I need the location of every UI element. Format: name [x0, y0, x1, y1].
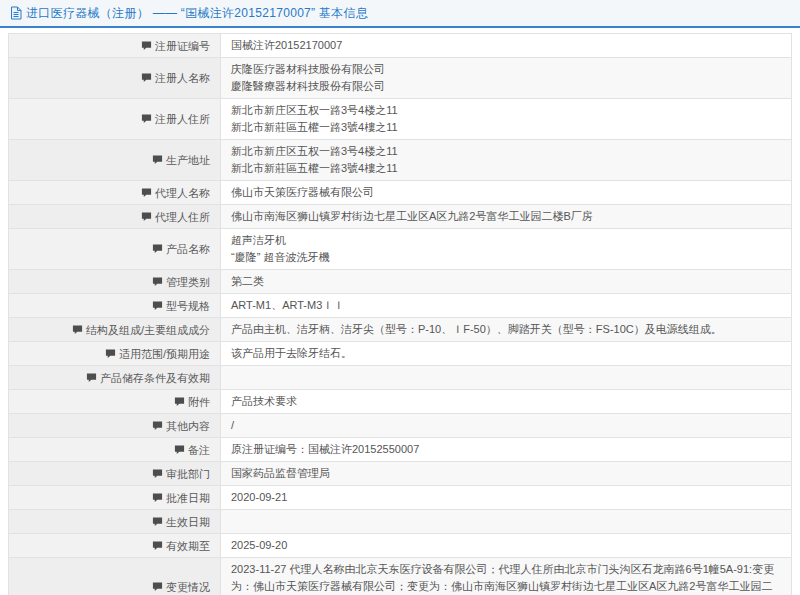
note-icon: [141, 187, 152, 200]
row-label: 生效日期: [9, 510, 221, 534]
value-line: 2023-11-27 代理人名称由北京天东医疗设备有限公司；代理人住所由北京市门…: [231, 561, 781, 595]
value-line: 庆隆医疗器材科技股份有限公司: [231, 61, 781, 78]
value-line: 2025-09-20: [231, 537, 781, 554]
note-icon: [152, 154, 163, 167]
row-label: 适用范围/预期用途: [9, 342, 221, 366]
note-icon: [152, 581, 163, 594]
table-row: 变更情况 2023-11-27 代理人名称由北京天东医疗设备有限公司；代理人住所…: [9, 558, 792, 595]
row-label-text: 管理类别: [166, 276, 210, 288]
row-value: 第二类: [221, 270, 792, 294]
note-icon: [174, 396, 185, 409]
table-row: 产品储存条件及有效期: [9, 366, 792, 390]
note-icon: [141, 72, 152, 85]
table-row: 代理人住所 佛山市南海区狮山镇罗村街边七星工业区A区九路2号富华工业园二楼B厂房: [9, 205, 792, 229]
row-label-text: 结构及组成/主要组成成分: [86, 324, 210, 336]
info-table-body: 注册证编号 国械注许20152170007 注册人名称 庆隆医疗器材科技股份有限…: [9, 34, 792, 595]
table-row: 生效日期: [9, 510, 792, 534]
value-line: [231, 369, 781, 386]
value-line: ART-M1、ART-M3ＩＩ: [231, 297, 781, 314]
value-line: 国械注许20152170007: [231, 37, 781, 54]
row-value: [221, 366, 792, 390]
info-table: 注册证编号 国械注许20152170007 注册人名称 庆隆医疗器材科技股份有限…: [8, 33, 792, 595]
row-label: 注册证编号: [9, 34, 221, 58]
value-line: 佛山市天策医疗器械有限公司: [231, 184, 781, 201]
row-label-text: 注册人名称: [155, 72, 210, 84]
row-label: 备注: [9, 438, 221, 462]
note-icon: [152, 540, 163, 553]
value-line: 国家药品监督管理局: [231, 465, 781, 482]
row-value: 产品技术要求: [221, 390, 792, 414]
row-value: 国械注许20152170007: [221, 34, 792, 58]
note-icon: [152, 468, 163, 481]
row-label: 注册人住所: [9, 99, 221, 140]
value-line: 新北市新庄区五权一路3号4楼之11: [231, 102, 781, 119]
value-line: 新北市新莊區五權一路3號4樓之11: [231, 119, 781, 136]
table-row: 批准日期 2020-09-21: [9, 486, 792, 510]
row-label: 型号规格: [9, 294, 221, 318]
row-value: 2023-11-27 代理人名称由北京天东医疗设备有限公司；代理人住所由北京市门…: [221, 558, 792, 595]
row-label-text: 适用范围/预期用途: [119, 348, 210, 360]
table-row: 代理人名称 佛山市天策医疗器械有限公司: [9, 181, 792, 205]
row-label-text: 备注: [188, 444, 210, 456]
row-value: 该产品用于去除牙结石。: [221, 342, 792, 366]
table-row: 备注 原注册证编号：国械注许20152550007: [9, 438, 792, 462]
value-line: 第二类: [231, 273, 781, 290]
row-label-text: 审批部门: [166, 468, 210, 480]
table-row: 管理类别 第二类: [9, 270, 792, 294]
table-row: 产品名称 超声洁牙机“慶隆” 超音波洗牙機: [9, 229, 792, 270]
row-label-text: 生产地址: [166, 154, 210, 166]
row-label-text: 注册人住所: [155, 113, 210, 125]
note-icon: [141, 211, 152, 224]
table-row: 结构及组成/主要组成成分 产品由主机、洁牙柄、洁牙尖（型号：P-10、ＩF-50…: [9, 318, 792, 342]
row-value: 2020-09-21: [221, 486, 792, 510]
value-line: 产品由主机、洁牙柄、洁牙尖（型号：P-10、ＩF-50）、脚踏开关（型号：FS-…: [231, 321, 781, 338]
row-value: 庆隆医疗器材科技股份有限公司慶隆醫療器材科技股份有限公司: [221, 58, 792, 99]
row-label: 注册人名称: [9, 58, 221, 99]
table-row: 注册证编号 国械注许20152170007: [9, 34, 792, 58]
row-label-text: 生效日期: [166, 516, 210, 528]
row-label-text: 注册证编号: [155, 40, 210, 52]
note-icon: [152, 516, 163, 529]
note-icon: [141, 40, 152, 53]
value-line: 2020-09-21: [231, 489, 781, 506]
value-line: “慶隆” 超音波洗牙機: [231, 249, 781, 266]
row-value: [221, 510, 792, 534]
row-value: 新北市新庄区五权一路3号4楼之11新北市新莊區五權一路3號4樓之11: [221, 99, 792, 140]
row-label: 变更情况: [9, 558, 221, 595]
note-icon: [72, 324, 83, 337]
row-label-text: 型号规格: [166, 300, 210, 312]
row-label-text: 产品名称: [166, 243, 210, 255]
row-value: 佛山市天策医疗器械有限公司: [221, 181, 792, 205]
value-line: 佛山市南海区狮山镇罗村街边七星工业区A区九路2号富华工业园二楼B厂房: [231, 208, 781, 225]
table-row: 审批部门 国家药品监督管理局: [9, 462, 792, 486]
note-icon: [152, 492, 163, 505]
row-value: 超声洁牙机“慶隆” 超音波洗牙機: [221, 229, 792, 270]
page-header: 进口医疗器械（注册） —— “国械注许20152170007” 基本信息: [0, 0, 800, 28]
table-row: 注册人住所 新北市新庄区五权一路3号4楼之11新北市新莊區五權一路3號4樓之11: [9, 99, 792, 140]
value-line: 新北市新庄区五权一路3号4楼之11: [231, 143, 781, 160]
row-value: 新北市新庄区五权一路3号4楼之11新北市新莊區五權一路3號4樓之11: [221, 140, 792, 181]
table-row: 适用范围/预期用途 该产品用于去除牙结石。: [9, 342, 792, 366]
value-line: 产品技术要求: [231, 393, 781, 410]
page-title: 进口医疗器械（注册） —— “国械注许20152170007” 基本信息: [26, 5, 368, 22]
row-value: 佛山市南海区狮山镇罗村街边七星工业区A区九路2号富华工业园二楼B厂房: [221, 205, 792, 229]
row-label: 附件: [9, 390, 221, 414]
note-icon: [141, 113, 152, 126]
row-label-text: 附件: [188, 396, 210, 408]
row-label-text: 其他内容: [166, 420, 210, 432]
note-icon: [152, 300, 163, 313]
row-value: /: [221, 414, 792, 438]
row-label-text: 批准日期: [166, 492, 210, 504]
row-label: 其他内容: [9, 414, 221, 438]
row-label: 生产地址: [9, 140, 221, 181]
note-icon: [86, 372, 97, 385]
row-value: 产品由主机、洁牙柄、洁牙尖（型号：P-10、ＩF-50）、脚踏开关（型号：FS-…: [221, 318, 792, 342]
table-row: 有效期至 2025-09-20: [9, 534, 792, 558]
note-icon: [152, 276, 163, 289]
row-label: 产品名称: [9, 229, 221, 270]
row-label-text: 变更情况: [166, 581, 210, 593]
row-label-text: 代理人名称: [155, 187, 210, 199]
value-line: 该产品用于去除牙结石。: [231, 345, 781, 362]
value-line: 超声洁牙机: [231, 232, 781, 249]
table-row: 附件 产品技术要求: [9, 390, 792, 414]
